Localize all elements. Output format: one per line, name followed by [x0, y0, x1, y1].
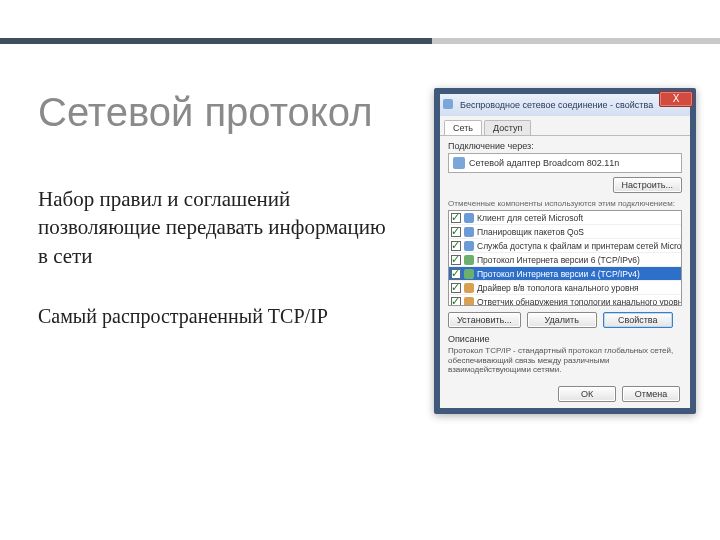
tab-access[interactable]: Доступ — [484, 120, 531, 135]
panel-body: Подключение через: Сетевой адаптер Broad… — [440, 136, 690, 377]
top-accent-bar — [0, 38, 720, 44]
tabs-bar: Сеть Доступ — [440, 116, 690, 136]
list-item-label: Служба доступа к файлам и принтерам сете… — [477, 241, 682, 251]
uninstall-button[interactable]: Удалить — [527, 312, 597, 328]
list-item[interactable]: Служба доступа к файлам и принтерам сете… — [449, 239, 681, 253]
connect-via-label: Подключение через: — [448, 141, 682, 151]
checkbox-icon[interactable] — [451, 283, 461, 293]
components-list[interactable]: Клиент для сетей Microsoft Планировщик п… — [448, 210, 682, 306]
adapter-box: Сетевой адаптер Broadcom 802.11n — [448, 153, 682, 173]
component-icon — [464, 227, 474, 237]
component-icon — [464, 241, 474, 251]
component-icon — [464, 213, 474, 223]
checkbox-icon[interactable] — [451, 227, 461, 237]
list-item-label: Планировщик пакетов QoS — [477, 227, 584, 237]
list-item[interactable]: Планировщик пакетов QoS — [449, 225, 681, 239]
description-text: Протокол TCP/IP - стандартный протокол г… — [448, 346, 682, 375]
tab-network[interactable]: Сеть — [444, 120, 482, 135]
popular-protocol-text: Самый распространенный TCP/IP — [38, 305, 418, 328]
list-item-label: Протокол Интернета версии 6 (TCP/IPv6) — [477, 255, 640, 265]
list-item[interactable]: Ответчик обнаружения топологии канальног… — [449, 295, 681, 306]
adapter-icon — [453, 157, 465, 169]
cancel-button[interactable]: Отмена — [622, 386, 680, 402]
slide-title: Сетевой протокол — [38, 90, 372, 135]
configure-button[interactable]: Настроить... — [613, 177, 682, 193]
ok-button[interactable]: ОК — [558, 386, 616, 402]
component-icon — [464, 255, 474, 265]
window-icon — [443, 99, 453, 109]
list-item-label: Протокол Интернета версии 4 (TCP/IPv4) — [477, 269, 640, 279]
definition-text: Набор правил и соглашений позволяющие пе… — [38, 185, 398, 270]
checkbox-icon[interactable] — [451, 255, 461, 265]
list-item-label: Клиент для сетей Microsoft — [477, 213, 583, 223]
properties-button[interactable]: Свойства — [603, 312, 673, 328]
list-item-label: Драйвер в/в тополога канального уровня — [477, 283, 639, 293]
list-item-label: Ответчик обнаружения топологии канальног… — [477, 297, 682, 307]
titlebar[interactable]: Беспроводное сетевое соединение - свойст… — [440, 94, 690, 116]
list-item[interactable]: Протокол Интернета версии 6 (TCP/IPv6) — [449, 253, 681, 267]
list-item-selected[interactable]: Протокол Интернета версии 4 (TCP/IPv4) — [449, 267, 681, 281]
list-item[interactable]: Драйвер в/в тополога канального уровня — [449, 281, 681, 295]
components-note: Отмеченные компоненты используются этим … — [448, 199, 682, 208]
window-title: Беспроводное сетевое соединение - свойст… — [444, 100, 653, 110]
component-icon — [464, 283, 474, 293]
checkbox-icon[interactable] — [451, 213, 461, 223]
network-properties-dialog: Беспроводное сетевое соединение - свойст… — [434, 88, 696, 414]
install-button[interactable]: Установить... — [448, 312, 521, 328]
checkbox-icon[interactable] — [451, 297, 461, 307]
component-icon — [464, 269, 474, 279]
list-item[interactable]: Клиент для сетей Microsoft — [449, 211, 681, 225]
checkbox-icon[interactable] — [451, 241, 461, 251]
adapter-name: Сетевой адаптер Broadcom 802.11n — [469, 158, 619, 168]
component-icon — [464, 297, 474, 307]
checkbox-icon[interactable] — [451, 269, 461, 279]
description-label: Описание — [448, 334, 682, 344]
close-button[interactable]: X — [659, 91, 693, 107]
